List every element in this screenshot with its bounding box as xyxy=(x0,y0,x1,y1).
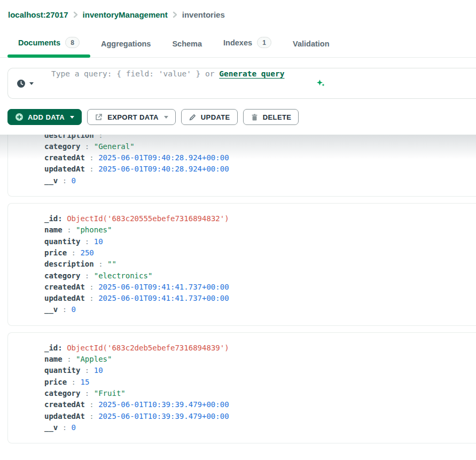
generate-query-link[interactable]: Generate query xyxy=(219,69,284,78)
document-field-row: _id: ObjectId('683c2deb5ebefe7316894839'… xyxy=(44,342,476,354)
document-list[interactable]: quantity : 10 price : 50 description : "… xyxy=(0,135,476,460)
document-field-row: category : "General" xyxy=(44,141,476,152)
delete-button[interactable]: DELETE xyxy=(243,109,299,125)
field-separator: : xyxy=(63,355,76,363)
field-name: createdAt xyxy=(44,400,85,409)
export-data-button[interactable]: EXPORT DATA xyxy=(87,109,176,125)
field-name: description xyxy=(44,260,94,268)
collection-tabs: Documents 8 Aggregations Schema Indexes … xyxy=(0,30,476,58)
field-separator: : xyxy=(85,153,98,162)
query-input[interactable]: Type a query: { field: 'value' } or Gene… xyxy=(51,69,325,97)
breadcrumb: localhost:27017 inventoryManagement inve… xyxy=(0,0,476,19)
field-value: 2025-06-01T09:40:28.924+00:00 xyxy=(98,153,229,162)
document-field-row: category : "Fruit" xyxy=(44,388,476,399)
tab-badge: 8 xyxy=(65,37,80,48)
field-separator: : xyxy=(58,176,71,185)
field-name: __v xyxy=(44,305,58,314)
document-field-row: _id: ObjectId('683c20555ebefe7316894832'… xyxy=(44,213,476,224)
export-icon xyxy=(95,113,103,121)
chevron-right-icon xyxy=(173,11,177,18)
field-name: _id xyxy=(44,344,58,352)
document-field-row: price : 15 xyxy=(44,377,476,388)
tab-schema[interactable]: Schema xyxy=(161,33,213,57)
field-value: 0 xyxy=(72,423,76,432)
document-card[interactable]: _id: ObjectId('683c2deb5ebefe7316894839'… xyxy=(7,332,476,443)
chevron-down-icon xyxy=(164,116,168,119)
tab-documents[interactable]: Documents 8 xyxy=(7,30,90,57)
field-separator: : xyxy=(85,165,98,173)
document-field-row: __v : 0 xyxy=(44,304,476,315)
chevron-right-icon xyxy=(73,11,78,18)
chevron-down-icon xyxy=(70,116,74,119)
document-field-row: name : "Apples" xyxy=(44,354,476,365)
plus-circle-icon xyxy=(15,113,24,121)
update-button[interactable]: UPDATE xyxy=(181,109,238,125)
field-value: 2025-06-01T09:41:41.737+00:00 xyxy=(98,294,229,302)
field-separator: : xyxy=(80,271,93,280)
field-value: "" xyxy=(107,260,116,268)
field-separator: : xyxy=(94,135,107,139)
tab-indexes[interactable]: Indexes 1 xyxy=(213,30,282,57)
field-separator: : xyxy=(58,214,67,223)
document-field-row: createdAt : 2025-06-01T09:40:28.924+00:0… xyxy=(44,152,476,163)
field-name: updatedAt xyxy=(44,294,85,302)
document-field-row: createdAt : 2025-06-01T09:41:41.737+00:0… xyxy=(44,282,476,293)
field-separator: : xyxy=(85,294,98,302)
query-bar[interactable]: Type a query: { field: 'value' } or Gene… xyxy=(7,68,476,99)
breadcrumb-item-inventorymanagement[interactable]: inventoryManagement xyxy=(83,10,168,19)
field-name: updatedAt xyxy=(44,412,85,420)
document-card[interactable]: _id: ObjectId('683c20555ebefe7316894832'… xyxy=(7,203,476,326)
field-separator: : xyxy=(85,400,98,409)
field-value: 2025-06-01T10:39:39.479+00:00 xyxy=(98,400,229,409)
field-separator: : xyxy=(58,423,71,432)
crud-toolbar: ADD DATA EXPORT DATA UPDATE xyxy=(7,109,476,125)
field-name: quantity xyxy=(44,366,80,375)
field-name: __v xyxy=(44,176,58,185)
field-separator: : xyxy=(58,305,71,314)
field-separator: : xyxy=(80,237,93,246)
field-name: updatedAt xyxy=(44,165,85,173)
tab-aggregations[interactable]: Aggregations xyxy=(90,33,161,57)
field-separator: : xyxy=(94,260,107,268)
query-history-button[interactable] xyxy=(15,77,35,90)
breadcrumb-item-inventories[interactable]: inventories xyxy=(182,10,225,19)
field-separator: : xyxy=(63,225,76,234)
breadcrumb-item-localhost-27017[interactable]: localhost:27017 xyxy=(8,10,68,19)
tab-label: Schema xyxy=(172,40,202,48)
field-name: _id xyxy=(44,214,58,223)
clock-icon xyxy=(17,79,26,88)
field-value: 15 xyxy=(80,378,89,386)
pencil-icon xyxy=(189,113,197,121)
field-name: description xyxy=(44,135,94,139)
field-value: 2025-06-01T09:41:41.737+00:00 xyxy=(98,283,229,291)
document-card[interactable]: quantity : 10 price : 50 description : "… xyxy=(7,135,476,197)
document-field-row: updatedAt : 2025-06-01T10:39:39.479+00:0… xyxy=(44,411,476,422)
document-field-row: quantity : 10 xyxy=(44,236,476,247)
document-field-row: name : "phones" xyxy=(44,224,476,236)
field-value: 0 xyxy=(72,176,76,185)
field-name: category xyxy=(44,142,80,151)
field-separator: : xyxy=(80,366,93,375)
field-value: "General" xyxy=(94,142,135,151)
field-name: price xyxy=(44,248,67,257)
field-value: ObjectId('683c20555ebefe7316894832') xyxy=(67,214,229,223)
field-value: 250 xyxy=(80,248,93,257)
tab-validation[interactable]: Validation xyxy=(282,33,340,57)
add-data-button[interactable]: ADD DATA xyxy=(7,109,82,125)
field-value: "phones" xyxy=(76,225,112,234)
field-name: category xyxy=(44,271,80,280)
field-name: category xyxy=(44,389,80,397)
chevron-down-icon xyxy=(29,82,34,85)
field-value: "" xyxy=(107,135,116,139)
field-value: "electronics" xyxy=(94,271,153,280)
tab-label: Documents xyxy=(18,38,60,47)
tab-label: Aggregations xyxy=(101,40,151,48)
field-value: 2025-06-01T09:40:28.924+00:00 xyxy=(98,165,229,173)
field-separator: : xyxy=(85,283,98,291)
document-field-row: __v : 0 xyxy=(44,175,476,186)
field-value: 2025-06-01T10:39:39.479+00:00 xyxy=(98,412,229,420)
tab-label: Validation xyxy=(293,40,330,48)
field-value: 0 xyxy=(72,305,76,314)
field-name: createdAt xyxy=(44,153,85,162)
field-name: quantity xyxy=(44,237,80,246)
